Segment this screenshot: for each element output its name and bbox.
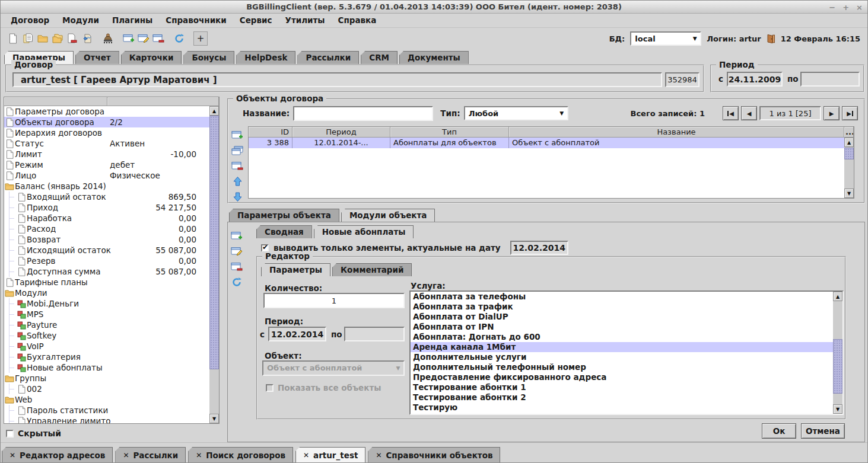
tab-документы[interactable]: Документы [399, 51, 469, 64]
tree-item[interactable]: Лимит-10,00 [4, 149, 209, 159]
maximize-icon[interactable]: + [842, 3, 849, 12]
arrow-down-button[interactable] [230, 189, 245, 205]
window-tab-поиск-договоров[interactable]: ✕Поиск договоров [188, 447, 293, 462]
close-tab-icon[interactable]: ✕ [123, 451, 129, 459]
window-edit-button[interactable] [136, 31, 151, 46]
actual-on-date-checkbox[interactable] [261, 244, 269, 252]
table-row[interactable]: 3 38812.01.2014-...Абонплаты для объекто… [249, 138, 854, 148]
tree-scrollbar[interactable]: ▲ ▼ [209, 106, 219, 423]
editor-from-field[interactable]: 12.02.2014 [268, 327, 326, 341]
tree-item[interactable]: VoIP [4, 341, 209, 352]
menu-item-2[interactable]: Модули [56, 14, 106, 27]
column-header-id[interactable]: ID [249, 127, 292, 138]
add-tab-button[interactable]: + [193, 31, 208, 46]
tree-item[interactable]: Параметры договора [4, 106, 209, 117]
tree-header-value-column[interactable] [107, 97, 219, 106]
stamp-button[interactable] [100, 31, 115, 46]
tree-item[interactable]: Режимдебет [4, 159, 209, 170]
panel-splitter[interactable] [220, 97, 226, 442]
tree-item[interactable]: Модули [4, 288, 209, 298]
tree-scrollbar-thumb[interactable] [209, 116, 219, 369]
tab-параметры[interactable]: Параметры [261, 263, 330, 276]
close-tab-icon[interactable]: ✕ [303, 451, 309, 459]
window-edit-button[interactable] [230, 244, 244, 259]
tree-item[interactable]: Объекты договора2/2 [4, 117, 209, 127]
doc-remove-button[interactable] [65, 31, 80, 46]
tree-item[interactable]: Доступная сумма55 087,00 [4, 266, 209, 277]
menu-item-6[interactable]: Утилиты [278, 14, 331, 27]
tree-item[interactable]: Исходящий остаток55 087,00 [4, 245, 209, 256]
tab-модули-объекта[interactable]: Модули объекта [341, 209, 435, 222]
window-tab-artur_test[interactable]: ✕artur_test [295, 447, 365, 462]
column-header-period[interactable]: Период [292, 127, 390, 138]
services-scrollbar-thumb[interactable] [833, 339, 842, 394]
folders-button[interactable] [50, 31, 65, 46]
tab-сводная[interactable]: Сводная [256, 225, 312, 238]
chevron-down-icon[interactable]: ▼ [689, 33, 700, 44]
tree-item[interactable]: Расход0,00 [4, 223, 209, 234]
contract-name-field[interactable]: artur_test [ Гареев Артур Маратович ] [12, 72, 662, 87]
window-add-button[interactable] [230, 228, 244, 244]
menu-item-3[interactable]: Плагины [106, 14, 159, 27]
services-scrollbar[interactable]: ▲ ▼ [833, 292, 842, 414]
menu-item-4[interactable]: Справочники [159, 14, 233, 27]
open-doc-button[interactable] [20, 31, 35, 46]
last-page-button[interactable]: ▶ [842, 106, 858, 120]
window-copy-button[interactable] [230, 143, 245, 158]
tree-item[interactable]: Новые абонплаты [4, 362, 209, 373]
door-icon[interactable] [767, 34, 775, 44]
next-page-button[interactable]: ▶ [824, 106, 840, 120]
tree-item[interactable]: 002 [4, 384, 209, 394]
new-doc-button[interactable] [5, 31, 20, 46]
arrow-up-button[interactable] [230, 174, 245, 189]
window-remove-button[interactable] [230, 158, 245, 174]
tree-item[interactable]: Резерв0,00 [4, 256, 209, 266]
title-bar[interactable]: BGBillingClient (вер. 5.3.679 / 01.04.20… [1, 1, 867, 14]
refresh-button[interactable] [171, 31, 186, 46]
tree-header-name-column[interactable] [4, 97, 107, 106]
service-item[interactable]: Тестирование абонтки 2 [411, 392, 833, 403]
first-page-button[interactable]: ◀ [723, 106, 739, 120]
service-item[interactable]: Абонплата от DialUP [411, 312, 833, 322]
column-header-type[interactable]: Тип [390, 127, 509, 138]
scroll-down-icon[interactable]: ▼ [833, 404, 842, 414]
service-item[interactable]: Предоставление фиксированного адреса [411, 372, 833, 382]
menu-item-7[interactable]: Справка [332, 14, 383, 27]
chevron-down-icon[interactable]: ▼ [557, 107, 567, 119]
close-tab-icon[interactable]: ✕ [9, 451, 15, 459]
tab-карточки[interactable]: Карточки [121, 51, 182, 64]
tab-новые-абонплаты[interactable]: Новые абонплаты [314, 225, 414, 238]
service-item[interactable]: Абонплата за телефоны [411, 292, 833, 302]
table-scrollbar[interactable]: ▲ ▼ [844, 138, 854, 198]
tree-item[interactable]: Тарифные планы [4, 277, 209, 288]
service-item[interactable]: Тестирую [411, 403, 833, 413]
period-from-field[interactable]: 24.11.2009 [727, 72, 783, 87]
table-more-button[interactable]: ... [844, 127, 854, 138]
scroll-up-icon[interactable]: ▲ [209, 106, 219, 116]
tree-item[interactable]: Пароль статистики [4, 405, 209, 416]
service-item[interactable]: Дополнительный телефонный номер [411, 362, 833, 372]
window-add-button[interactable] [230, 127, 245, 143]
quantity-input[interactable]: 1 [263, 293, 405, 308]
tree-item[interactable]: ЛицоФизическое [4, 170, 209, 181]
tree-item[interactable]: Бухгалтерия [4, 352, 209, 362]
service-item[interactable]: Абонплата: Догнать до 600 [411, 332, 833, 342]
scroll-down-icon[interactable]: ▼ [209, 414, 219, 423]
tab-helpdesk[interactable]: HelpDesk [236, 51, 295, 64]
period-to-field[interactable] [800, 72, 860, 87]
tab-комментарий[interactable]: Комментарий [332, 263, 412, 276]
tab-параметры-объекта[interactable]: Параметры объекта [229, 209, 339, 222]
service-item[interactable]: Абонплата за трафик [411, 302, 833, 312]
actual-date-field[interactable]: 12.02.2014 [510, 241, 568, 255]
hidden-checkbox[interactable] [6, 430, 14, 438]
tree-item[interactable]: Иерархия договоров [4, 127, 209, 138]
object-name-input[interactable] [293, 106, 433, 121]
close-tab-icon[interactable]: ✕ [196, 451, 202, 459]
tree-item[interactable]: Приход54 217,50 [4, 202, 209, 213]
tree-item[interactable]: СтатусАктивен [4, 138, 209, 149]
window-remove-button[interactable] [230, 259, 244, 274]
service-item[interactable]: Тестирование абонтки 1 [411, 382, 833, 392]
tab-рассылки[interactable]: Рассылки [297, 51, 359, 64]
menu-item-1[interactable]: Договор [4, 14, 56, 27]
editor-to-field[interactable] [344, 327, 405, 341]
